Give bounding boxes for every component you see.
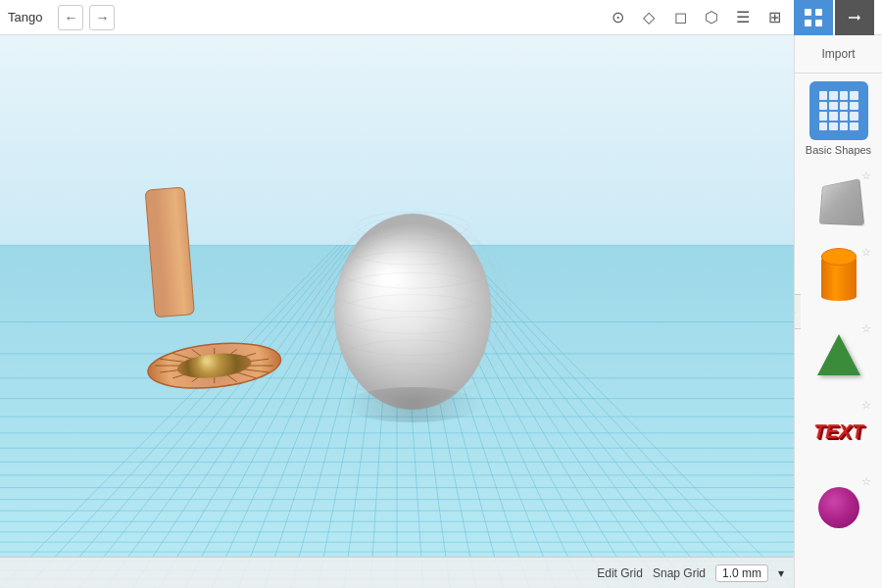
main-area: Edit Grid Snap Grid 1.0 mm ▾ ❯ Import [0, 35, 882, 588]
shapes-panel: Basic Shapes ☆ ☆ ☆ ☆ TEXT [795, 74, 882, 556]
forward-button[interactable]: → [89, 5, 115, 30]
app-title: Tango [8, 10, 42, 24]
import-area: Import [795, 35, 882, 74]
text3d-shape-item[interactable]: ☆ TEXT [803, 395, 875, 467]
sphere-star-icon[interactable]: ☆ [861, 475, 871, 488]
layers-icon[interactable]: ⬡ [698, 4, 725, 31]
viewport[interactable]: Edit Grid Snap Grid 1.0 mm ▾ [0, 35, 794, 588]
svg-rect-1 [815, 9, 822, 16]
box-shape-visual [818, 178, 864, 225]
wrench-button[interactable] [835, 0, 874, 35]
pyramid-star-icon[interactable]: ☆ [861, 322, 871, 335]
edit-grid-label: Edit Grid [597, 566, 643, 580]
top-right-buttons [794, 0, 874, 35]
snap-grid-label: Snap Grid [653, 566, 706, 580]
snap-value[interactable]: 1.0 mm [715, 564, 768, 582]
right-panel: ❯ Import Basic Shapes ☆ [794, 35, 882, 588]
cylinder-star-icon[interactable]: ☆ [861, 246, 871, 259]
align-icon[interactable]: ⊞ [760, 4, 788, 31]
import-button[interactable]: Import [813, 43, 862, 65]
text3d-shape-visual: TEXT [812, 420, 863, 443]
svg-rect-2 [805, 20, 811, 26]
wrench-icon [846, 9, 863, 26]
text3d-star-icon[interactable]: ☆ [861, 399, 871, 412]
grid-pattern-icon [819, 91, 858, 130]
sphere-shape-visual [818, 487, 859, 528]
pyramid-shape-visual [817, 334, 860, 375]
focus-icon[interactable]: ⊙ [604, 4, 631, 31]
back-button[interactable]: ← [58, 5, 83, 30]
svg-rect-3 [815, 20, 822, 26]
grid-canvas [0, 35, 794, 588]
basic-shapes-icon[interactable] [809, 81, 868, 140]
bottom-bar: Edit Grid Snap Grid 1.0 mm ▾ [0, 557, 794, 588]
sphere-shape-item[interactable]: ☆ [803, 471, 875, 544]
grid-view-button[interactable] [794, 0, 833, 35]
cylinder-shape-item[interactable]: ☆ [803, 242, 875, 315]
collapse-panel-button[interactable]: ❯ [794, 294, 801, 329]
pyramid-shape-item[interactable]: ☆ [803, 318, 875, 391]
box-star-icon[interactable]: ☆ [861, 170, 871, 182]
chat-icon[interactable]: ◻ [666, 4, 694, 31]
box-shape-item[interactable]: ☆ [803, 166, 875, 238]
list-icon[interactable]: ☰ [729, 4, 757, 31]
grid-view-icon [804, 8, 823, 27]
toolbar-icons: ⊙ ◇ ◻ ⬡ ☰ ⊞ [604, 4, 788, 31]
cylinder-shape-visual [821, 256, 857, 301]
svg-rect-0 [805, 9, 811, 16]
grid-background [0, 35, 794, 588]
basic-shapes-label: Basic Shapes [801, 144, 876, 156]
pin-icon[interactable]: ◇ [635, 4, 662, 31]
top-bar: Tango ← → ⊙ ◇ ◻ ⬡ ☰ ⊞ [0, 0, 882, 35]
snap-dropdown[interactable]: ▾ [778, 566, 784, 580]
collapse-arrow-icon: ❯ [794, 305, 797, 318]
